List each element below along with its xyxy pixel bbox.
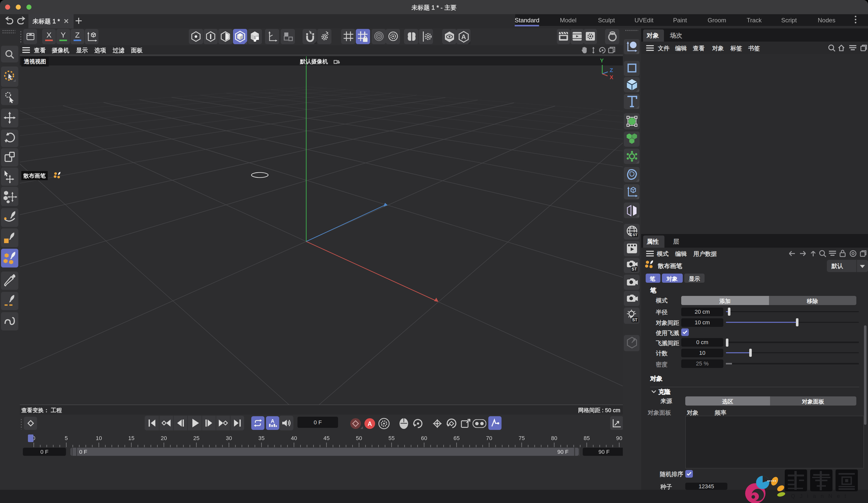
svg-text:30: 30 [226,435,232,441]
svg-text:70: 70 [486,435,492,441]
svg-text:60: 60 [421,435,427,441]
svg-text:35: 35 [258,435,265,441]
svg-text:45: 45 [323,435,329,441]
svg-text:85: 85 [584,435,590,441]
svg-text:A: A [368,420,372,427]
svg-text:ST: ST [632,267,637,271]
svg-text:A: A [462,33,466,41]
svg-text:A: A [271,418,275,424]
svg-text:25: 25 [193,435,199,441]
svg-text:Z: Z [610,67,613,73]
svg-text:X: X [610,74,613,81]
svg-text:80: 80 [551,435,557,441]
svg-text:40: 40 [291,435,297,441]
svg-text:ST: ST [632,318,638,322]
svg-text:75: 75 [518,435,525,441]
svg-text:10: 10 [96,435,102,441]
svg-text:5: 5 [65,435,68,441]
svg-text:90: 90 [616,435,622,441]
svg-text:65: 65 [454,435,459,441]
svg-text:20: 20 [161,435,167,441]
svg-text:Y: Y [600,57,604,64]
svg-text:ST: ST [632,233,637,237]
svg-text:50: 50 [356,435,362,441]
svg-text:15: 15 [128,435,134,441]
svg-text:55: 55 [389,435,395,441]
svg-text:QJianNet: QJianNet [791,493,851,499]
